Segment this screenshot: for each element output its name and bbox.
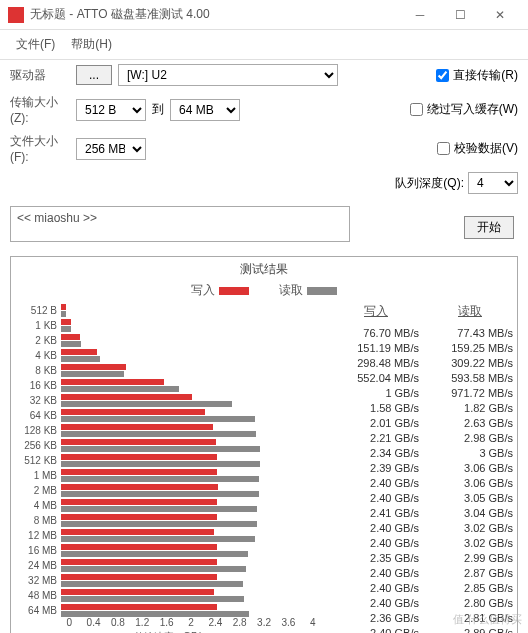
results-title: 测试结果 xyxy=(15,261,513,280)
bar-row: 48 MB xyxy=(19,588,321,602)
bar-row: 16 KB xyxy=(19,378,321,392)
read-value: 3.06 GB/s xyxy=(427,477,513,491)
write-value: 76.70 MB/s xyxy=(333,327,419,341)
read-value: 1.82 GB/s xyxy=(427,402,513,416)
write-value: 298.48 MB/s xyxy=(333,357,419,371)
direct-io-label: 直接传输(R) xyxy=(453,67,518,84)
bar-row: 32 KB xyxy=(19,393,321,407)
read-value: 3.02 GB/s xyxy=(427,537,513,551)
to-label: 到 xyxy=(152,101,164,118)
bar-chart: 512 B1 KB2 KB4 KB8 KB16 KB32 KB64 KB128 … xyxy=(15,303,325,617)
bar-row: 24 MB xyxy=(19,558,321,572)
bar-row: 8 MB xyxy=(19,513,321,527)
write-value: 2.36 GB/s xyxy=(333,612,419,626)
legend-write-label: 写入 xyxy=(191,282,215,299)
browse-button[interactable]: ... xyxy=(76,65,112,85)
read-value: 309.22 MB/s xyxy=(427,357,513,371)
read-value: 3.06 GB/s xyxy=(427,462,513,476)
read-value: 2.99 GB/s xyxy=(427,552,513,566)
write-value: 2.40 GB/s xyxy=(333,597,419,611)
results-panel: 测试结果 写入 读取 512 B1 KB2 KB4 KB8 KB16 KB32 … xyxy=(10,256,518,633)
write-value: 2.40 GB/s xyxy=(333,537,419,551)
app-icon xyxy=(8,7,24,23)
queue-depth-select[interactable]: 4 xyxy=(468,172,518,194)
queue-depth-label: 队列深度(Q): xyxy=(395,175,464,192)
read-value: 77.43 MB/s xyxy=(427,327,513,341)
legend-read-swatch xyxy=(307,287,337,295)
write-value: 1 GB/s xyxy=(333,387,419,401)
read-value: 2.63 GB/s xyxy=(427,417,513,431)
write-value: 552.04 MB/s xyxy=(333,372,419,386)
window-title: 无标题 - ATTO 磁盘基准测试 4.00 xyxy=(30,6,400,23)
transfer-min-select[interactable]: 512 B xyxy=(76,99,146,121)
read-value: 3.05 GB/s xyxy=(427,492,513,506)
bar-row: 32 MB xyxy=(19,573,321,587)
read-value: 2.81 GB/s xyxy=(427,612,513,626)
bar-row: 12 MB xyxy=(19,528,321,542)
description-input[interactable]: << miaoshu >> xyxy=(10,206,350,242)
write-value: 2.35 GB/s xyxy=(333,552,419,566)
write-value: 2.21 GB/s xyxy=(333,432,419,446)
bar-row: 64 KB xyxy=(19,408,321,422)
bar-row: 128 KB xyxy=(19,423,321,437)
legend-write-swatch xyxy=(219,287,249,295)
read-value: 159.25 MB/s xyxy=(427,342,513,356)
bar-row: 256 KB xyxy=(19,438,321,452)
bypass-cache-label: 绕过写入缓存(W) xyxy=(427,101,518,118)
write-header: 写入 xyxy=(333,303,419,326)
transfer-max-select[interactable]: 64 MB xyxy=(170,99,240,121)
write-value: 2.40 GB/s xyxy=(333,477,419,491)
bar-row: 1 MB xyxy=(19,468,321,482)
direct-io-checkbox[interactable] xyxy=(436,69,449,82)
legend-read-label: 读取 xyxy=(279,282,303,299)
bar-row: 2 KB xyxy=(19,333,321,347)
close-button[interactable]: ✕ xyxy=(480,3,520,27)
maximize-button[interactable]: ☐ xyxy=(440,3,480,27)
menu-file[interactable]: 文件(F) xyxy=(8,32,63,57)
verify-checkbox[interactable] xyxy=(437,142,450,155)
write-value: 2.40 GB/s xyxy=(333,582,419,596)
write-value: 2.40 GB/s xyxy=(333,567,419,581)
write-value: 2.01 GB/s xyxy=(333,417,419,431)
bar-row: 512 KB xyxy=(19,453,321,467)
bar-row: 4 MB xyxy=(19,498,321,512)
read-value: 3 GB/s xyxy=(427,447,513,461)
read-value: 2.85 GB/s xyxy=(427,582,513,596)
drive-select[interactable]: [W:] U2 xyxy=(118,64,338,86)
read-value: 593.58 MB/s xyxy=(427,372,513,386)
minimize-button[interactable]: ─ xyxy=(400,3,440,27)
write-value: 1.58 GB/s xyxy=(333,402,419,416)
bar-row: 4 KB xyxy=(19,348,321,362)
bar-row: 16 MB xyxy=(19,543,321,557)
read-value: 2.87 GB/s xyxy=(427,567,513,581)
read-value: 2.98 GB/s xyxy=(427,432,513,446)
write-value: 2.39 GB/s xyxy=(333,462,419,476)
read-value: 3.04 GB/s xyxy=(427,507,513,521)
write-value: 2.40 GB/s xyxy=(333,522,419,536)
write-value: 2.40 GB/s xyxy=(333,492,419,506)
bar-row: 512 B xyxy=(19,303,321,317)
write-value: 2.34 GB/s xyxy=(333,447,419,461)
file-size-select[interactable]: 256 MB xyxy=(76,138,146,160)
verify-label: 校验数据(V) xyxy=(454,140,518,157)
drive-label: 驱动器 xyxy=(10,67,70,84)
read-value: 3.02 GB/s xyxy=(427,522,513,536)
bar-row: 1 KB xyxy=(19,318,321,332)
write-value: 151.19 MB/s xyxy=(333,342,419,356)
x-axis-label: 传输速率 - GB/s xyxy=(15,628,325,633)
bar-row: 64 MB xyxy=(19,603,321,617)
menu-help[interactable]: 帮助(H) xyxy=(63,32,120,57)
read-value: 2.80 GB/s xyxy=(427,597,513,611)
read-header: 读取 xyxy=(427,303,513,326)
read-value: 2.89 GB/s xyxy=(427,627,513,633)
start-button[interactable]: 开始 xyxy=(464,216,514,239)
write-value: 2.41 GB/s xyxy=(333,507,419,521)
bar-row: 2 MB xyxy=(19,483,321,497)
bar-row: 8 KB xyxy=(19,363,321,377)
bypass-cache-checkbox[interactable] xyxy=(410,103,423,116)
read-value: 971.72 MB/s xyxy=(427,387,513,401)
file-size-label: 文件大小(F): xyxy=(10,133,70,164)
write-value: 2.40 GB/s xyxy=(333,627,419,633)
x-axis: 00.40.81.21.622.42.83.23.64 xyxy=(15,617,325,628)
transfer-size-label: 传输大小(Z): xyxy=(10,94,70,125)
